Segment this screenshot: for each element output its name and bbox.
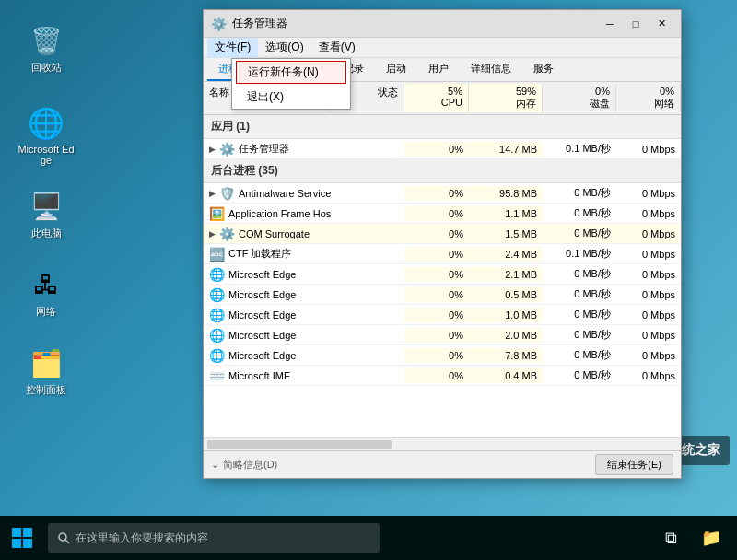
chevron-down-icon: ⌄ xyxy=(211,459,219,471)
tab-startup[interactable]: 启动 xyxy=(375,58,417,81)
menu-view[interactable]: 查看(V) xyxy=(311,38,363,58)
scrollbar-thumb xyxy=(207,440,392,449)
svg-rect-0 xyxy=(12,528,21,537)
task-manager-icon: ⚙️ xyxy=(211,17,227,31)
this-pc-icon: 🖥️ xyxy=(28,188,64,225)
expand-icon: ▶ xyxy=(209,145,216,154)
menu-file[interactable]: 文件(F) xyxy=(207,38,258,58)
window-controls: ─ □ ✕ xyxy=(598,15,673,33)
end-task-button[interactable]: 结束任务(E) xyxy=(595,454,673,475)
menu-options[interactable]: 选项(O) xyxy=(258,38,310,58)
desktop: 🗑️ 回收站 🌐 Microsoft Edge 🖥️ 此电脑 🖧 网络 🗂️ 控… xyxy=(0,0,737,516)
svg-line-5 xyxy=(65,540,69,543)
edge-label: Microsoft Edge xyxy=(18,144,75,166)
horizontal-scrollbar[interactable] xyxy=(204,438,681,450)
windows-logo-icon xyxy=(12,528,32,548)
desktop-icon-recycle-bin[interactable]: 🗑️ 回收站 xyxy=(14,18,78,78)
summary-toggle[interactable]: ⌄ 简略信息(D) xyxy=(211,458,277,472)
title-text: 任务管理器 xyxy=(232,16,598,31)
process-icon: 🌐 xyxy=(209,308,225,322)
cell-status xyxy=(331,147,404,151)
network-icon: 🖧 xyxy=(28,266,64,303)
col-network[interactable]: 0% 网络 xyxy=(616,84,681,112)
svg-point-4 xyxy=(59,533,66,541)
desktop-icon-edge[interactable]: 🌐 Microsoft Edge xyxy=(14,101,78,169)
table-row[interactable]: 🌐 Microsoft Edge 0% 2.1 MB 0 MB/秒 0 Mbps xyxy=(204,264,681,285)
cell-cpu: 0% xyxy=(404,142,469,157)
menu-exit[interactable]: 退出(X) xyxy=(232,86,350,109)
table-row[interactable]: 🖼️ Application Frame Host 0% 1.1 MB 0 MB… xyxy=(204,204,681,224)
file-dropdown: 运行新任务(N) 退出(X) xyxy=(231,58,351,110)
cell-net: 0 Mbps xyxy=(616,142,681,157)
tab-details[interactable]: 详细信息 xyxy=(460,58,522,81)
svg-rect-1 xyxy=(23,528,32,537)
this-pc-label: 此电脑 xyxy=(31,227,62,240)
col-memory[interactable]: 59% 内存 xyxy=(469,84,543,112)
table-row[interactable]: 🌐 Microsoft Edge 0% 2.0 MB 0 MB/秒 0 Mbps xyxy=(204,325,681,345)
network-label: 网络 xyxy=(36,305,56,319)
process-icon: 🌐 xyxy=(209,287,225,302)
section-apps: 应用 (1) xyxy=(204,115,681,139)
table-row[interactable]: ▶ 🛡️ Antimalware Service Executa... 0% 9… xyxy=(204,183,681,204)
search-icon xyxy=(57,531,70,544)
taskbar-icon-task-view[interactable]: ⧉ xyxy=(652,516,689,560)
desktop-icon-control-panel[interactable]: 🗂️ 控制面板 xyxy=(14,341,78,401)
cell-name: ▶ ⚙️ 任务管理器 xyxy=(204,140,331,158)
title-bar: ⚙️ 任务管理器 ─ □ ✕ xyxy=(204,10,681,38)
recycle-bin-icon: 🗑️ xyxy=(28,22,64,59)
table-row[interactable]: 🌐 Microsoft Edge 0% 7.8 MB 0 MB/秒 0 Mbps xyxy=(204,345,681,366)
process-icon: ⌨️ xyxy=(209,368,225,383)
svg-rect-3 xyxy=(23,539,32,548)
process-icon: 🖼️ xyxy=(209,206,225,221)
table-row[interactable]: 🔤 CTF 加载程序 0% 2.4 MB 0.1 MB/秒 0 Mbps xyxy=(204,244,681,264)
tab-services[interactable]: 服务 xyxy=(522,58,565,81)
table-row[interactable]: ▶ ⚙️ COM Surrogate 0% 1.5 MB 0 MB/秒 0 Mb… xyxy=(204,224,681,244)
expand-icon: ▶ xyxy=(209,229,216,239)
table-row[interactable]: ▶ ⚙️ 任务管理器 0% 14.7 MB 0.1 MB/秒 0 Mbps xyxy=(204,139,681,159)
tab-users[interactable]: 用户 xyxy=(417,58,460,81)
process-icon: 🛡️ xyxy=(219,186,235,201)
process-icon: 🌐 xyxy=(209,328,225,343)
svg-rect-2 xyxy=(12,539,21,548)
expand-icon: ▶ xyxy=(209,189,216,198)
process-icon: 🔤 xyxy=(209,247,225,262)
task-manager-window: ⚙️ 任务管理器 ─ □ ✕ 文件(F) 选项(O) 查看(V) 运行新任务(N xyxy=(203,9,682,479)
menu-bar: 文件(F) 选项(O) 查看(V) 运行新任务(N) 退出(X) xyxy=(204,38,681,58)
edge-icon: 🌐 xyxy=(28,105,64,142)
process-icon: ⚙️ xyxy=(219,142,235,157)
col-cpu[interactable]: 5% CPU xyxy=(404,84,469,112)
control-panel-label: 控制面板 xyxy=(26,383,66,397)
search-bar[interactable]: 在这里输入你要搜索的内容 xyxy=(48,523,380,553)
taskbar: 在这里输入你要搜索的内容 ⧉ 📁 xyxy=(0,516,737,560)
table-row[interactable]: 🌐 Microsoft Edge 0% 0.5 MB 0 MB/秒 0 Mbps xyxy=(204,285,681,305)
section-bg-processes: 后台进程 (35) xyxy=(204,159,681,183)
taskbar-icon-explorer[interactable]: 📁 xyxy=(693,516,730,560)
bottom-bar: ⌄ 简略信息(D) 结束任务(E) xyxy=(204,450,681,478)
table-row[interactable]: 🌐 Microsoft Edge 0% 1.0 MB 0 MB/秒 0 Mbps xyxy=(204,305,681,325)
table-body[interactable]: 应用 (1) ▶ ⚙️ 任务管理器 0% 14.7 MB 0.1 MB/秒 0 … xyxy=(204,115,681,438)
recycle-bin-label: 回收站 xyxy=(31,61,62,75)
control-panel-icon: 🗂️ xyxy=(28,344,64,381)
taskbar-system-icons: ⧉ 📁 xyxy=(652,516,737,560)
cell-disk: 0.1 MB/秒 xyxy=(543,140,616,158)
maximize-button[interactable]: □ xyxy=(624,15,648,33)
minimize-button[interactable]: ─ xyxy=(598,15,622,33)
process-icon: 🌐 xyxy=(209,267,225,282)
cell-mem: 14.7 MB xyxy=(469,142,543,157)
process-icon: 🌐 xyxy=(209,348,225,363)
close-button[interactable]: ✕ xyxy=(649,15,673,33)
col-disk[interactable]: 0% 磁盘 xyxy=(543,84,616,112)
desktop-icon-this-pc[interactable]: 🖥️ 此电脑 xyxy=(14,184,78,244)
process-icon: ⚙️ xyxy=(219,227,235,241)
process-table: 名称 状态 5% CPU 59% 内存 0% 磁盘 0% xyxy=(204,82,681,450)
search-placeholder: 在这里输入你要搜索的内容 xyxy=(76,531,208,546)
table-row[interactable]: ⌨️ Microsoft IME 0% 0.4 MB 0 MB/秒 0 Mbps xyxy=(204,366,681,386)
menu-run-new-task[interactable]: 运行新任务(N) xyxy=(236,61,346,84)
start-button[interactable] xyxy=(0,516,44,560)
desktop-icon-network[interactable]: 🖧 网络 xyxy=(14,262,78,322)
